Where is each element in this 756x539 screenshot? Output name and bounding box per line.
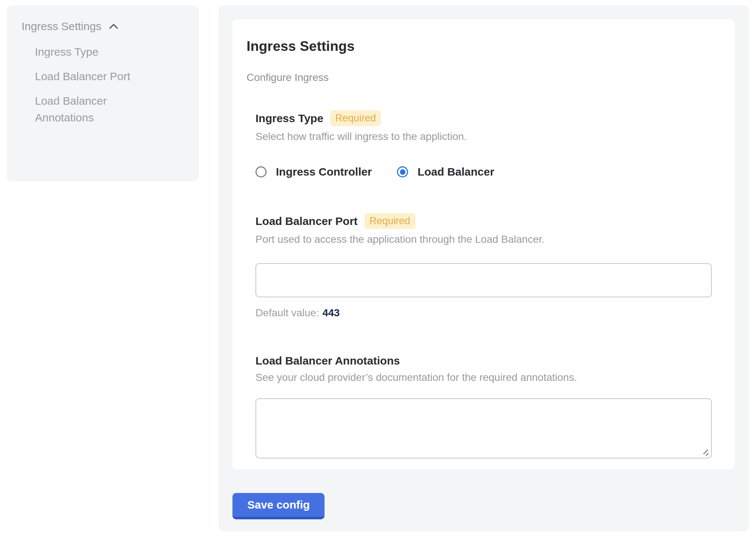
sidebar-group-label: Ingress Settings — [22, 20, 101, 33]
section-ingress-type: Ingress Type Required Select how traffic… — [255, 110, 712, 178]
radio-load-balancer[interactable]: Load Balancer — [397, 166, 494, 178]
required-badge: Required — [364, 213, 416, 229]
radio-ingress-controller[interactable]: Ingress Controller — [255, 166, 372, 178]
sidebar-item-ingress-type[interactable]: Ingress Type — [35, 43, 150, 60]
page-title: Ingress Settings — [247, 39, 721, 54]
sidebar: Ingress Settings Ingress Type Load Balan… — [7, 5, 199, 181]
sidebar-item-load-balancer-port[interactable]: Load Balancer Port — [35, 68, 150, 85]
radio-circle-icon — [255, 166, 267, 177]
default-value: 443 — [322, 307, 340, 318]
page-subtitle: Configure Ingress — [247, 72, 721, 84]
radio-label: Load Balancer — [417, 166, 494, 178]
section-load-balancer-port: Load Balancer Port Required Port used to… — [255, 213, 712, 319]
chevron-up-icon — [107, 20, 120, 33]
save-config-button[interactable]: Save config — [232, 493, 325, 519]
ingress-type-title: Ingress Type — [255, 112, 323, 125]
ingress-settings-card: Ingress Settings Configure Ingress Ingre… — [232, 19, 735, 469]
sidebar-group-ingress-settings[interactable]: Ingress Settings — [22, 19, 186, 33]
load-balancer-annotations-title: Load Balancer Annotations — [255, 355, 712, 367]
section-load-balancer-annotations: Load Balancer Annotations See your cloud… — [255, 355, 712, 458]
radio-label: Ingress Controller — [276, 166, 372, 178]
radio-circle-selected-icon — [397, 166, 408, 177]
ingress-type-radio-group: Ingress Controller Load Balancer — [255, 166, 712, 178]
ingress-type-description: Select how traffic will ingress to the a… — [255, 131, 712, 143]
load-balancer-annotations-textarea[interactable] — [255, 398, 712, 458]
sidebar-nav: Ingress Type Load Balancer Port Load Bal… — [35, 43, 186, 126]
sidebar-item-load-balancer-annotations[interactable]: Load Balancer Annotations — [35, 92, 150, 126]
load-balancer-annotations-description: See your cloud provider’s documentation … — [255, 372, 712, 383]
required-badge: Required — [330, 110, 381, 126]
resize-handle[interactable] — [701, 448, 710, 456]
load-balancer-port-title: Load Balancer Port — [255, 215, 358, 228]
default-value-row: Default value:443 — [255, 307, 712, 319]
load-balancer-port-description: Port used to access the application thro… — [255, 233, 712, 245]
default-value-label: Default value: — [255, 307, 319, 318]
load-balancer-port-input[interactable] — [255, 263, 712, 297]
settings-panel: Ingress Settings Configure Ingress Ingre… — [218, 5, 749, 532]
